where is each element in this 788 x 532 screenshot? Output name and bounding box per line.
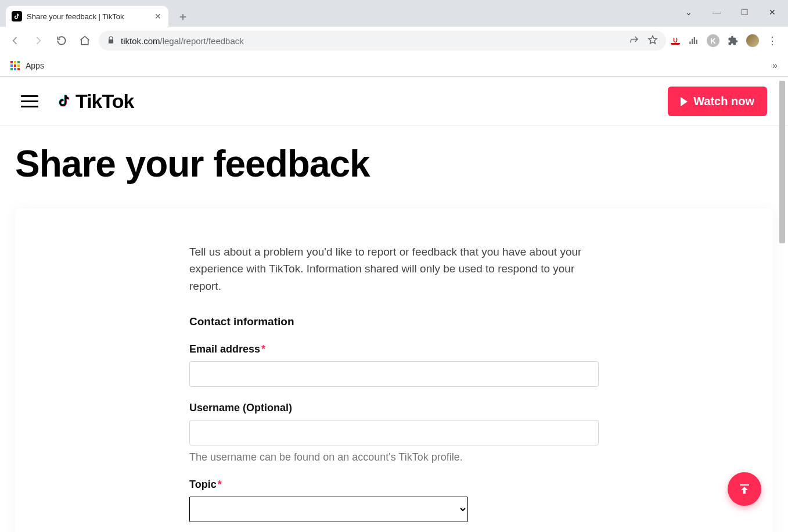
email-label: Email address*	[189, 343, 599, 355]
tiktok-wordmark: TikTok	[75, 90, 134, 113]
tab-title: Share your feedback | TikTok	[27, 12, 149, 21]
contact-heading: Contact information	[189, 315, 599, 328]
back-button[interactable]	[6, 31, 24, 50]
bookmarks-bar: Apps »	[0, 55, 788, 77]
tab-close-icon[interactable]: ✕	[153, 12, 163, 21]
email-input[interactable]	[189, 361, 599, 387]
tiktok-logo[interactable]: TikTok	[55, 90, 134, 113]
home-button[interactable]	[75, 31, 94, 50]
scroll-to-top-button[interactable]	[728, 472, 761, 506]
reload-button[interactable]	[52, 31, 71, 50]
browser-chrome: Share your feedback | TikTok ✕ ＋ ⌄ ― ☐ ✕	[0, 0, 788, 77]
url-text: tiktok.com/legal/report/feedback	[121, 36, 623, 46]
username-label: Username (Optional)	[189, 402, 599, 414]
apps-label[interactable]: Apps	[26, 61, 44, 70]
feedback-form-card: Tell us about a problem you'd like to re…	[15, 209, 773, 532]
topic-select[interactable]	[189, 497, 468, 522]
menu-button[interactable]	[21, 93, 38, 110]
window-controls: ⌄ ― ☐ ✕	[677, 3, 785, 21]
k-extension-icon[interactable]: K	[707, 34, 719, 47]
topic-label: Topic*	[189, 479, 599, 491]
browser-toolbar: tiktok.com/legal/report/feedback U K ⋮	[0, 27, 788, 55]
username-hint: The username can be found on an account'…	[189, 451, 599, 463]
page-viewport: TikTok Watch now Share your feedback Tel…	[0, 77, 788, 532]
bookmark-star-icon[interactable]	[647, 35, 658, 47]
watch-now-button[interactable]: Watch now	[668, 87, 767, 116]
bookmarks-overflow-icon[interactable]: »	[772, 60, 778, 71]
close-window-button[interactable]: ✕	[760, 3, 785, 21]
analytics-extension-icon[interactable]	[687, 34, 700, 47]
scrollbar-track[interactable]	[779, 77, 787, 532]
extensions-row: U K ⋮	[671, 34, 782, 47]
scrollbar-thumb[interactable]	[779, 81, 785, 243]
intro-text: Tell us about a problem you'd like to re…	[189, 243, 599, 294]
tiktok-favicon-icon	[12, 11, 22, 21]
lock-icon	[107, 36, 115, 46]
forward-button[interactable]	[29, 31, 48, 50]
maximize-button[interactable]: ☐	[732, 3, 757, 21]
profile-avatar-icon[interactable]	[746, 34, 759, 47]
site-header: TikTok Watch now	[0, 77, 788, 126]
new-tab-button[interactable]: ＋	[174, 8, 192, 25]
extensions-icon[interactable]	[726, 34, 739, 47]
page-title: Share your feedback	[0, 126, 788, 209]
tiktok-note-icon	[55, 92, 72, 112]
username-field-group: Username (Optional) The username can be …	[189, 402, 599, 463]
minimize-button[interactable]: ―	[704, 3, 729, 21]
email-field-group: Email address*	[189, 343, 599, 387]
apps-grid-icon[interactable]	[10, 61, 20, 70]
username-input[interactable]	[189, 420, 599, 445]
share-icon[interactable]	[629, 35, 639, 47]
tabs-dropdown-icon[interactable]: ⌄	[677, 3, 701, 21]
address-bar[interactable]: tiktok.com/legal/report/feedback	[99, 31, 666, 51]
browser-menu-icon[interactable]: ⋮	[766, 34, 779, 47]
play-icon	[681, 97, 688, 106]
mcafee-extension-icon[interactable]: U	[671, 37, 680, 45]
browser-tab[interactable]: Share your feedback | TikTok ✕	[6, 6, 168, 27]
topic-field-group: Topic*	[189, 479, 599, 522]
watch-now-label: Watch now	[693, 95, 754, 108]
tab-strip: Share your feedback | TikTok ✕ ＋ ⌄ ― ☐ ✕	[0, 0, 788, 27]
